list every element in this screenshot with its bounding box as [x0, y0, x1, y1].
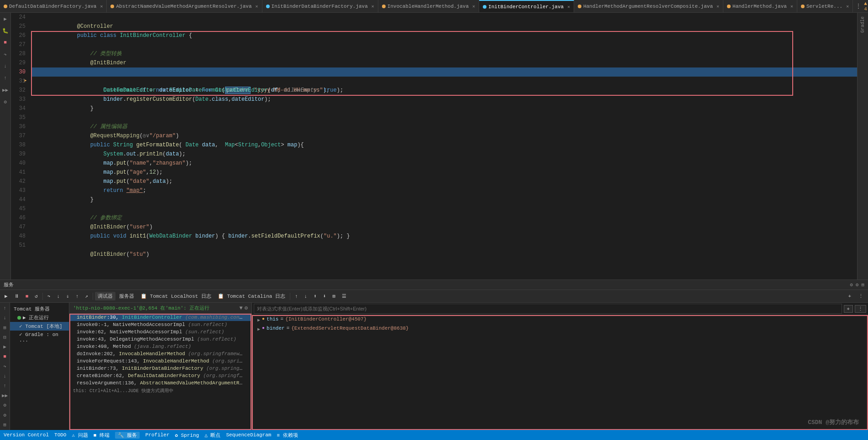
status-spring[interactable]: ✿ Spring	[175, 432, 199, 438]
tomcat-server-item[interactable]: Tomcat 服务器	[10, 305, 69, 313]
tab-close-6[interactable]: ✕	[716, 4, 719, 9]
bp-icon-4[interactable]: ⊟	[1, 334, 9, 341]
bp-icon-12[interactable]: ⚙	[1, 411, 9, 418]
tab-close-2[interactable]: ✕	[256, 4, 258, 9]
var-this[interactable]: ▶ ● this = {InitBinderController@4507}	[252, 315, 868, 324]
sidebar-icon-step-in[interactable]: ↓	[1, 62, 10, 70]
tab-4[interactable]: InvocableHandlerMethod.java ✕	[378, 0, 479, 13]
config-icon[interactable]: ⚙	[856, 282, 859, 288]
call-stack-item-8[interactable]: createBinder:62, DefaultDataBinderFactor…	[69, 372, 251, 379]
pause-btn[interactable]: ⏸	[11, 292, 22, 300]
call-stack-item-9[interactable]: resolveArgument:136, AbstractNamedValueM…	[69, 379, 251, 387]
sidebar-icon-debug[interactable]: 🐛	[1, 26, 10, 35]
sidebar-icon-step-over[interactable]: ↷	[1, 50, 10, 58]
status-problems[interactable]: ⚠ 问题	[72, 432, 88, 439]
status-services[interactable]: 🔧 服务	[115, 432, 140, 439]
sidebar-icon-settings[interactable]: ⚙	[1, 98, 10, 106]
watch-expand-btn[interactable]: ⋮	[855, 305, 866, 313]
step-out-btn[interactable]: ↑	[73, 293, 82, 300]
tab-close-4[interactable]: ✕	[472, 4, 475, 9]
call-stack-item-10[interactable]: this: Ctrl+Alt+Al...JUDE 快捷方式调用中	[69, 387, 251, 395]
tomcat-local-item[interactable]: ✓ Tomcat [本地]	[10, 322, 69, 331]
bp-icon-9[interactable]: ↑	[1, 383, 9, 389]
thread-settings-icon[interactable]: ⚙	[245, 305, 248, 311]
expr-input[interactable]	[254, 304, 842, 314]
tab-close-7[interactable]: ✕	[790, 4, 793, 9]
tab-7[interactable]: HandlerMethod.java ✕	[723, 0, 797, 13]
status-todo[interactable]: TODO	[54, 432, 66, 438]
tab-close-5[interactable]: ✕	[567, 4, 570, 10]
thread-filter-icon[interactable]: ▼	[240, 305, 243, 311]
download-btn[interactable]: ⬇	[320, 292, 329, 300]
run-cursor-btn[interactable]: ↗	[82, 292, 91, 300]
step-into-btn[interactable]: ↓	[54, 293, 63, 300]
status-terminal[interactable]: ■ 终端	[94, 432, 110, 439]
sort-btn[interactable]: ⊞	[329, 292, 338, 300]
upload-btn[interactable]: ⬆	[311, 292, 319, 300]
bp-icon-5[interactable]: ▶	[1, 343, 9, 350]
call-stack-item-0[interactable]: initBinder:30, InitBinderController (com…	[69, 314, 251, 321]
tab-overflow[interactable]: ⋮	[853, 3, 864, 10]
tab-1[interactable]: DefaultDataBinderFactory.java ✕	[0, 0, 107, 13]
ln-29: 29	[13, 58, 26, 67]
sidebar-icon-run[interactable]: ▶	[1, 15, 10, 23]
bp-icon-11[interactable]: ⚙	[1, 402, 9, 409]
down-btn[interactable]: ↓	[302, 293, 310, 300]
settings-icon[interactable]: ⚙	[850, 282, 853, 288]
resume-btn[interactable]: ▶	[2, 292, 10, 300]
status-sequence[interactable]: SequenceDiagram	[226, 432, 271, 438]
bp-icon-10[interactable]: ▶▶	[1, 392, 9, 399]
tab-6[interactable]: HandlerMethodArgumentResolverComposite.j…	[574, 0, 723, 13]
rerun-btn[interactable]: ↺	[32, 292, 41, 300]
bp-icon-3[interactable]: ⊞	[1, 324, 9, 331]
bp-icon-7[interactable]: ↷	[1, 363, 9, 370]
sidebar-icon-resume[interactable]: ▶▶	[1, 86, 10, 94]
tab-close-1[interactable]: ✕	[100, 4, 103, 9]
status-breakpoints[interactable]: △ 断点	[204, 432, 220, 439]
eval-btn[interactable]: +	[844, 305, 853, 313]
tab-3[interactable]: InitBinderDataBinderFactory.java ✕	[262, 0, 378, 13]
tab-close-8[interactable]: ✕	[846, 4, 849, 9]
tab-5[interactable]: InitBinderController.java ✕	[479, 0, 574, 13]
status-deps[interactable]: ≡ 依赖项	[277, 432, 298, 439]
tab-label-5: InitBinderController.java	[488, 4, 564, 10]
call-stack-item-7[interactable]: initBinder:73, InitBinderDataBinderFacto…	[69, 365, 251, 372]
expand-icon[interactable]: ⊞	[861, 282, 864, 288]
list-btn[interactable]: ☰	[339, 292, 349, 300]
watch-more-btn[interactable]: ⋮	[856, 292, 866, 300]
up-btn[interactable]: ↑	[292, 293, 301, 300]
bp-icon-1[interactable]: ↑	[1, 305, 9, 311]
tab-8[interactable]: ServletRe... ✕	[797, 0, 853, 13]
service-text: 服务	[4, 281, 14, 288]
call-stack-item-1[interactable]: invoke0:-1, NativeMethodAccessorImpl (su…	[69, 321, 251, 328]
call-stack-item-5[interactable]: doInvoke:202, InvocableHandlerMethod (or…	[69, 350, 251, 357]
sidebar-icon-step-out[interactable]: ↑	[1, 74, 10, 82]
bp-icon-expand[interactable]: ⊞	[1, 421, 9, 428]
call-stack-item-4[interactable]: invoke:498, Method (java.lang.reflect)	[69, 343, 251, 350]
tab-tomcat-localhost[interactable]: 📋 Tomcat Localhost 日志	[138, 292, 214, 300]
status-profiler[interactable]: Profiler	[145, 432, 169, 438]
tab-2[interactable]: AbstractNamedValueMethodArgumentResolver…	[107, 0, 262, 13]
tab-close-3[interactable]: ✕	[371, 4, 374, 9]
force-step-btn[interactable]: ⇓	[63, 292, 72, 300]
call-stack-item-2[interactable]: invoke:62, NativeMethodAccessorImpl (sun…	[69, 328, 251, 336]
step-over-btn[interactable]: ↷	[45, 292, 53, 300]
call-stack-item-6[interactable]: invokeForRequest:143, InvocableHandlerMe…	[69, 357, 251, 365]
gradle-label[interactable]: Gradle	[860, 15, 865, 35]
status-version-control[interactable]: Version Control	[4, 432, 49, 438]
tab-tomcat-catalina[interactable]: 📋 Tomcat Catalina 日志	[215, 292, 288, 300]
warning-count[interactable]: ▲ 4	[864, 1, 867, 12]
bp-icon-8[interactable]: ↓	[1, 373, 9, 379]
running-item[interactable]: ▶ 正在运行	[10, 313, 69, 322]
gradle-item[interactable]: ✓ Gradle : on ...	[10, 331, 69, 344]
bp-icon-2[interactable]: ↓	[1, 314, 9, 321]
stop-btn[interactable]: ■	[23, 293, 31, 300]
call-stack-item-3[interactable]: invoke:43, DelegatingMethodAccessorImpl …	[69, 336, 251, 343]
sidebar-icon-stop[interactable]: ■	[1, 38, 10, 47]
tab-server[interactable]: 服务器	[116, 292, 137, 300]
tab-debugger[interactable]: 调试器	[95, 292, 115, 300]
code-editor[interactable]: 24 25 26 27 28 29 30 31 32 33 34 35 36 3…	[11, 13, 857, 280]
var-binder[interactable]: ▶ ● binder = {ExtendedServletRequestData…	[252, 324, 868, 333]
bp-icon-stop[interactable]: ■	[1, 353, 9, 360]
add-watch-btn[interactable]: +	[845, 293, 854, 300]
